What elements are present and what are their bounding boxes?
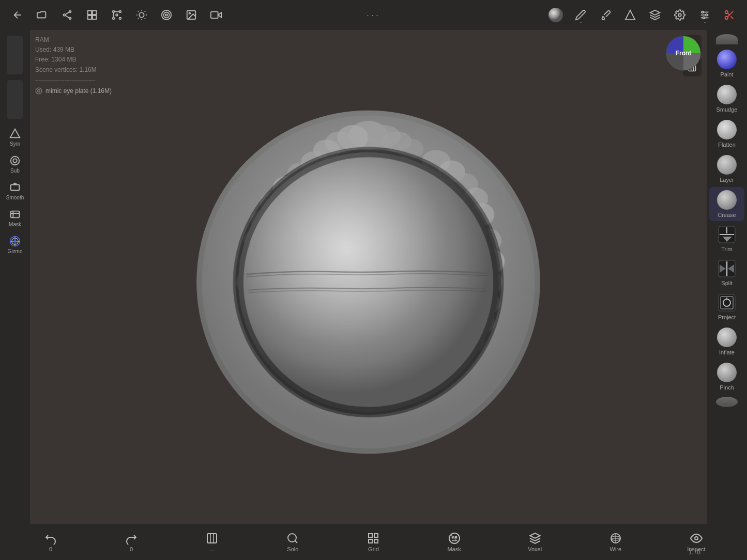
- sliders-icon[interactable]: ···: [693, 4, 716, 26]
- svg-point-62: [36, 88, 42, 95]
- svg-marker-33: [626, 10, 635, 20]
- svg-point-29: [189, 12, 190, 14]
- svg-point-9: [113, 11, 115, 13]
- left-sidebar: Sym Sub Smooth Mask: [0, 30, 30, 524]
- video-icon[interactable]: [205, 4, 227, 26]
- gizmo-button[interactable]: Gizmo: [3, 232, 27, 257]
- used-value: 439 MB: [53, 46, 74, 53]
- layer-tool[interactable]: Layer: [709, 152, 744, 186]
- svg-point-131: [288, 534, 296, 542]
- svg-line-23: [138, 18, 139, 19]
- svg-rect-54: [11, 211, 20, 218]
- smudge-tool[interactable]: Smudge: [709, 82, 744, 116]
- divider: -----------------------------------: [35, 76, 112, 84]
- svg-line-4: [65, 15, 69, 18]
- flatten-tool[interactable]: Flatten: [709, 117, 744, 151]
- target-icon[interactable]: [155, 4, 178, 26]
- svg-point-48: [11, 157, 20, 165]
- image-icon[interactable]: [180, 4, 203, 26]
- brush2-icon[interactable]: [594, 4, 617, 26]
- project-tool[interactable]: Project: [709, 290, 744, 323]
- solo-button[interactable]: Solo: [277, 529, 308, 555]
- folder-icon[interactable]: [31, 4, 54, 26]
- trim-tool[interactable]: Trim: [709, 222, 744, 255]
- svg-line-24: [145, 11, 145, 12]
- free-value: 1304 MB: [51, 56, 76, 63]
- ram-label: RAM: [35, 35, 112, 45]
- back-icon[interactable]: [6, 4, 29, 26]
- triangle2-icon[interactable]: [619, 4, 642, 26]
- svg-point-27: [165, 14, 167, 16]
- viewport[interactable]: [30, 30, 707, 524]
- svg-point-13: [116, 14, 118, 16]
- material-ball-icon[interactable]: [544, 4, 567, 26]
- right-sidebar: Paint Smudge Flatten Layer Crease Trim: [707, 30, 747, 524]
- svg-point-49: [13, 159, 17, 162]
- model-view: [30, 30, 707, 524]
- svg-line-3: [65, 12, 69, 15]
- panel-tab-1[interactable]: [7, 36, 23, 74]
- scroll-bottom-indicator: [716, 397, 738, 407]
- used-label: Used:: [35, 46, 51, 53]
- svg-rect-6: [93, 11, 96, 14]
- top-toolbar: ··· ···: [0, 0, 747, 30]
- sym-button[interactable]: Sym: [3, 125, 27, 150]
- smooth-button[interactable]: Smooth: [3, 179, 27, 204]
- svg-point-2: [69, 18, 71, 20]
- free-label: Free:: [35, 56, 50, 63]
- svg-point-32: [548, 8, 563, 22]
- sub-button[interactable]: Sub: [3, 152, 27, 177]
- svg-line-46: [727, 13, 729, 15]
- svg-point-26: [164, 12, 170, 18]
- share-icon[interactable]: [56, 4, 79, 26]
- nodes-icon[interactable]: [105, 4, 128, 26]
- svg-point-144: [695, 537, 698, 540]
- grid-button[interactable]: Grid: [358, 529, 389, 555]
- scene-icon[interactable]: [81, 4, 103, 26]
- scissors-icon[interactable]: [718, 4, 741, 26]
- orientation-widget[interactable]: Front: [665, 35, 702, 71]
- svg-marker-47: [10, 129, 20, 138]
- redo-button[interactable]: 0: [116, 529, 147, 555]
- crease-tool[interactable]: Crease: [709, 187, 744, 221]
- svg-rect-31: [211, 12, 218, 19]
- svg-rect-5: [88, 11, 92, 14]
- svg-rect-8: [93, 15, 96, 19]
- value-display: 1.78: [689, 549, 700, 556]
- svg-line-45: [730, 16, 733, 19]
- svg-line-20: [145, 18, 145, 19]
- svg-text:Front: Front: [676, 50, 692, 57]
- undo-button[interactable]: 0: [35, 529, 66, 555]
- svg-rect-136: [374, 539, 378, 543]
- svg-point-16: [139, 12, 144, 17]
- pinch-tool[interactable]: Pinch: [709, 360, 744, 394]
- paint-tool[interactable]: Paint: [709, 46, 744, 81]
- panel-tab-2[interactable]: [7, 80, 23, 119]
- svg-marker-34: [650, 10, 660, 15]
- split-tool[interactable]: Split: [709, 256, 744, 289]
- svg-point-39: [702, 11, 704, 13]
- mask-button[interactable]: Mask: [3, 206, 27, 230]
- svg-point-63: [38, 90, 40, 92]
- vertices-label: Scene vertices:: [35, 66, 78, 73]
- svg-line-132: [295, 540, 297, 542]
- svg-point-0: [69, 11, 71, 13]
- inflate-tool[interactable]: Inflate: [709, 324, 744, 359]
- svg-point-35: [678, 13, 681, 17]
- pencil-subdots: ···: [580, 20, 582, 25]
- info-panel: RAM Used: 439 MB Free: 1304 MB Scene ver…: [35, 35, 112, 96]
- sliders-subdots: ···: [704, 20, 706, 25]
- scene-object: mimic eye plate (1.16M): [35, 86, 112, 96]
- layers-icon[interactable]: [644, 4, 666, 26]
- vertices-value: 1.16M: [79, 66, 96, 73]
- ref-image-button[interactable]: ...: [196, 529, 227, 555]
- pencil-icon[interactable]: ···: [569, 4, 592, 26]
- wire-button[interactable]: Wire: [600, 529, 631, 555]
- voxel-button[interactable]: Voxel: [520, 529, 551, 555]
- bottom-toolbar: 0 0 ... Solo Grid: [0, 524, 747, 560]
- settings-icon[interactable]: [668, 4, 691, 26]
- mask-bottom-button[interactable]: Mask: [439, 529, 470, 555]
- sun-icon[interactable]: [130, 4, 153, 26]
- svg-point-12: [119, 18, 121, 20]
- svg-point-10: [119, 11, 121, 13]
